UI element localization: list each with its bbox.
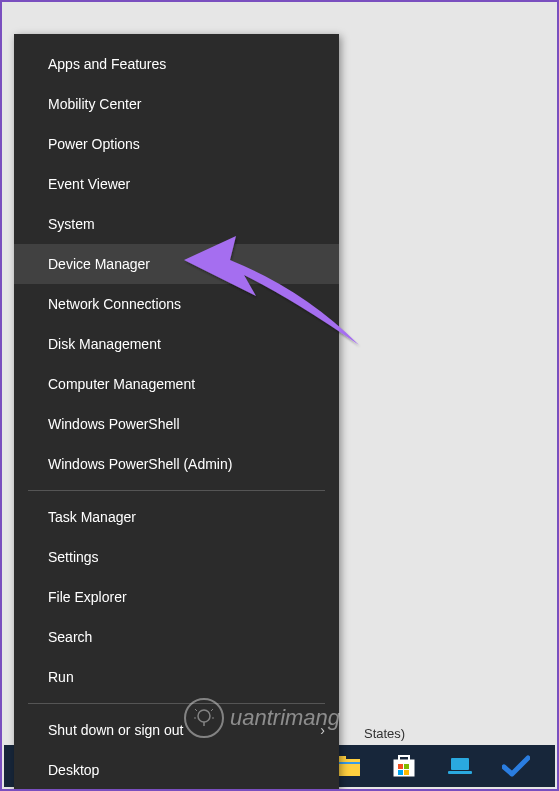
menu-item-label: Device Manager: [48, 256, 150, 272]
desktop-background: States) Apps and FeaturesMobility Center…: [4, 4, 555, 787]
menu-item-label: Windows PowerShell (Admin): [48, 456, 232, 472]
menu-item-apps-and-features[interactable]: Apps and Features: [14, 44, 339, 84]
menu-item-label: Shut down or sign out: [48, 722, 183, 738]
menu-item-event-viewer[interactable]: Event Viewer: [14, 164, 339, 204]
menu-item-label: Apps and Features: [48, 56, 166, 72]
winx-context-menu: Apps and FeaturesMobility CenterPower Op…: [14, 34, 339, 791]
menu-item-device-manager[interactable]: Device Manager: [14, 244, 339, 284]
menu-item-file-explorer[interactable]: File Explorer: [14, 577, 339, 617]
menu-item-desktop[interactable]: Desktop: [14, 750, 339, 790]
menu-item-system[interactable]: System: [14, 204, 339, 244]
svg-rect-2: [336, 762, 360, 764]
menu-item-mobility-center[interactable]: Mobility Center: [14, 84, 339, 124]
menu-item-label: Network Connections: [48, 296, 181, 312]
menu-group-2: Task ManagerSettingsFile ExplorerSearchR…: [14, 497, 339, 697]
menu-item-label: Desktop: [48, 762, 99, 778]
menu-item-label: Task Manager: [48, 509, 136, 525]
svg-rect-9: [451, 758, 469, 770]
chevron-right-icon: ›: [320, 722, 325, 738]
menu-item-label: File Explorer: [48, 589, 127, 605]
checkmark-icon[interactable]: [502, 752, 530, 780]
menu-item-windows-powershell-admin-[interactable]: Windows PowerShell (Admin): [14, 444, 339, 484]
menu-item-search[interactable]: Search: [14, 617, 339, 657]
menu-group-3: Shut down or sign out›Desktop: [14, 710, 339, 790]
microsoft-store-icon[interactable]: [390, 752, 418, 780]
menu-item-label: Power Options: [48, 136, 140, 152]
menu-item-label: Run: [48, 669, 74, 685]
menu-item-computer-management[interactable]: Computer Management: [14, 364, 339, 404]
menu-item-run[interactable]: Run: [14, 657, 339, 697]
menu-divider: [28, 703, 325, 704]
svg-rect-10: [448, 771, 472, 774]
menu-item-label: Computer Management: [48, 376, 195, 392]
svg-rect-4: [399, 756, 409, 761]
menu-item-task-manager[interactable]: Task Manager: [14, 497, 339, 537]
svg-rect-7: [398, 770, 403, 775]
menu-item-label: Event Viewer: [48, 176, 130, 192]
svg-rect-6: [404, 764, 409, 769]
svg-rect-5: [398, 764, 403, 769]
menu-group-1: Apps and FeaturesMobility CenterPower Op…: [14, 44, 339, 484]
laptop-icon[interactable]: [446, 752, 474, 780]
svg-rect-0: [336, 759, 360, 776]
menu-item-windows-powershell[interactable]: Windows PowerShell: [14, 404, 339, 444]
menu-item-label: Windows PowerShell: [48, 416, 180, 432]
menu-item-settings[interactable]: Settings: [14, 537, 339, 577]
menu-item-label: Mobility Center: [48, 96, 141, 112]
systray-text: States): [364, 726, 405, 741]
menu-item-label: Search: [48, 629, 92, 645]
menu-divider: [28, 490, 325, 491]
menu-item-label: Disk Management: [48, 336, 161, 352]
menu-item-label: Settings: [48, 549, 99, 565]
menu-item-network-connections[interactable]: Network Connections: [14, 284, 339, 324]
svg-rect-8: [404, 770, 409, 775]
menu-item-shut-down-or-sign-out[interactable]: Shut down or sign out›: [14, 710, 339, 750]
menu-item-disk-management[interactable]: Disk Management: [14, 324, 339, 364]
menu-item-power-options[interactable]: Power Options: [14, 124, 339, 164]
menu-item-label: System: [48, 216, 95, 232]
